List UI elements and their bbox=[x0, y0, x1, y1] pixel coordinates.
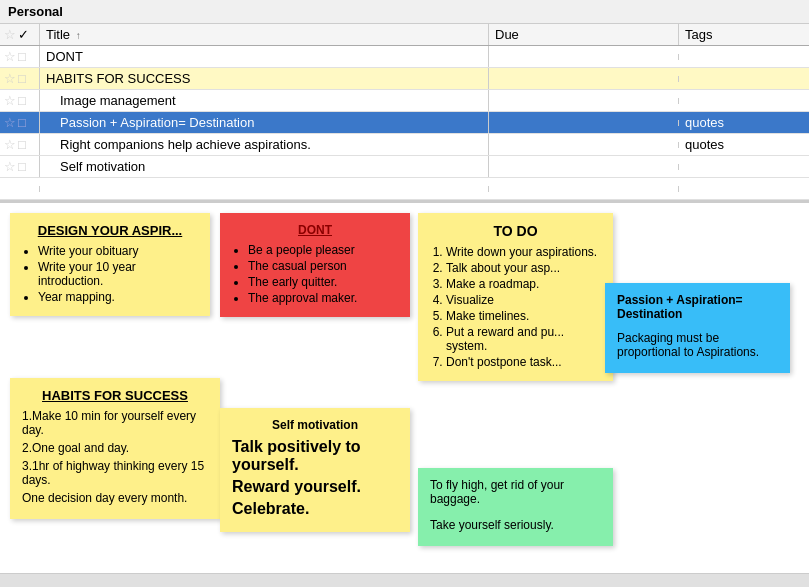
list-item: Be a people pleaser bbox=[248, 243, 398, 257]
check-icon: □ bbox=[18, 115, 26, 130]
fly-text-2: Take yourself seriously. bbox=[430, 518, 601, 532]
app-title: Personal bbox=[8, 4, 63, 19]
sticky-self-motivation[interactable]: Self motivation Talk positively to yours… bbox=[220, 408, 410, 532]
list-item: Put a reward and pu... system. bbox=[446, 325, 601, 353]
row-icons: ☆ □ bbox=[0, 156, 40, 177]
list-item: Make a roadmap. bbox=[446, 277, 601, 291]
row-tags bbox=[679, 76, 809, 82]
sort-arrow-icon: ↑ bbox=[76, 30, 81, 41]
row-due bbox=[489, 120, 679, 126]
sticky-fly-high[interactable]: To fly high, get rid of your baggage. Ta… bbox=[418, 468, 613, 546]
row-tags: quotes bbox=[679, 112, 809, 133]
sticky-dont[interactable]: DONT Be a people pleaser The casual pers… bbox=[220, 213, 410, 317]
check-icon: □ bbox=[18, 49, 26, 64]
row-icons: ☆ □ bbox=[0, 46, 40, 67]
row-title: HABITS FOR SUCCESS bbox=[40, 68, 489, 89]
check-icon: □ bbox=[18, 93, 26, 108]
table-area: ☆ ✓ Title ↑ Due Tags ☆ □ DONT ☆ □ bbox=[0, 24, 809, 201]
row-due bbox=[489, 76, 679, 82]
check-icon: □ bbox=[18, 159, 26, 174]
list-item: 2.One goal and day. bbox=[22, 441, 208, 455]
table-row[interactable]: ☆ □ Passion + Aspiration= Destination qu… bbox=[0, 112, 809, 134]
table-header: ☆ ✓ Title ↑ Due Tags bbox=[0, 24, 809, 46]
row-due bbox=[489, 186, 679, 192]
passion-text-1: Passion + Aspiration= Destination bbox=[617, 293, 778, 321]
list-item: The early quitter. bbox=[248, 275, 398, 289]
list-item: The approval maker. bbox=[248, 291, 398, 305]
table-row[interactable]: ☆ □ Self motivation bbox=[0, 156, 809, 178]
list-item: Don't postpone task... bbox=[446, 355, 601, 369]
sticky-todo[interactable]: TO DO Write down your aspirations. Talk … bbox=[418, 213, 613, 381]
sticky-passion[interactable]: Passion + Aspiration= Destination Packag… bbox=[605, 283, 790, 373]
row-tags bbox=[679, 186, 809, 192]
table-row[interactable]: ☆ □ HABITS FOR SUCCESS bbox=[0, 68, 809, 90]
row-tags bbox=[679, 164, 809, 170]
star-icon: ☆ bbox=[4, 115, 16, 130]
sticky-dont-title: DONT bbox=[232, 223, 398, 237]
row-icons: ☆ □ bbox=[0, 112, 40, 133]
table-row[interactable]: ☆ □ Image management bbox=[0, 90, 809, 112]
list-item: The casual person bbox=[248, 259, 398, 273]
self-text-1: Talk positively to yourself. bbox=[232, 438, 398, 474]
sticky-design-title: DESIGN YOUR ASPIR... bbox=[22, 223, 198, 238]
row-due bbox=[489, 98, 679, 104]
col-icons-header: ☆ ✓ bbox=[0, 24, 40, 45]
table-row-empty bbox=[0, 178, 809, 200]
sticky-design-list: Write your obituary Write your 10 year i… bbox=[22, 244, 198, 304]
sticky-todo-title: TO DO bbox=[430, 223, 601, 239]
check-icon: ✓ bbox=[18, 27, 29, 42]
row-due bbox=[489, 54, 679, 60]
check-icon: □ bbox=[18, 71, 26, 86]
row-tags: quotes bbox=[679, 134, 809, 155]
list-item: 1.Make 10 min for yourself every day. bbox=[22, 409, 208, 437]
list-item: Make timelines. bbox=[446, 309, 601, 323]
self-text-3: Celebrate. bbox=[232, 500, 398, 518]
row-tags bbox=[679, 54, 809, 60]
list-item: Visualize bbox=[446, 293, 601, 307]
list-item: Talk about your asp... bbox=[446, 261, 601, 275]
row-title: Self motivation bbox=[40, 156, 489, 177]
tags-label: Tags bbox=[685, 27, 712, 42]
sticky-design[interactable]: DESIGN YOUR ASPIR... Write your obituary… bbox=[10, 213, 210, 316]
row-title: Right companions help achieve aspiration… bbox=[40, 134, 489, 155]
table-row[interactable]: ☆ □ DONT bbox=[0, 46, 809, 68]
row-title bbox=[40, 186, 489, 192]
row-title: Passion + Aspiration= Destination bbox=[40, 112, 489, 133]
bottom-bar bbox=[0, 573, 809, 587]
list-item: One decision day every month. bbox=[22, 491, 208, 505]
star-icon: ☆ bbox=[4, 49, 16, 64]
table-row[interactable]: ☆ □ Right companions help achieve aspira… bbox=[0, 134, 809, 156]
fly-text-1: To fly high, get rid of your baggage. bbox=[430, 478, 601, 506]
star-icon: ☆ bbox=[4, 71, 16, 86]
check-icon: □ bbox=[18, 137, 26, 152]
star-icon: ☆ bbox=[4, 159, 16, 174]
row-title: Image management bbox=[40, 90, 489, 111]
list-item: Year mapping. bbox=[38, 290, 198, 304]
app-header: Personal bbox=[0, 0, 809, 24]
star-icon: ☆ bbox=[4, 27, 16, 42]
sticky-habits-title: HABITS FOR SUCCESS bbox=[22, 388, 208, 403]
title-label: Title bbox=[46, 27, 70, 42]
canvas-area: DESIGN YOUR ASPIR... Write your obituary… bbox=[0, 201, 809, 587]
col-title-header[interactable]: Title ↑ bbox=[40, 24, 489, 45]
list-item: Write your obituary bbox=[38, 244, 198, 258]
row-icons: ☆ □ bbox=[0, 134, 40, 155]
list-item: 3.1hr of highway thinking every 15 days. bbox=[22, 459, 208, 487]
col-due-header[interactable]: Due bbox=[489, 24, 679, 45]
list-item: Write your 10 year introduction. bbox=[38, 260, 198, 288]
due-label: Due bbox=[495, 27, 519, 42]
sticky-dont-list: Be a people pleaser The casual person Th… bbox=[232, 243, 398, 305]
sticky-todo-list: Write down your aspirations. Talk about … bbox=[430, 245, 601, 369]
row-icons: ☆ □ bbox=[0, 68, 40, 89]
row-tags bbox=[679, 98, 809, 104]
passion-text-2: Packaging must be proportional to Aspira… bbox=[617, 331, 778, 359]
row-icons: ☆ □ bbox=[0, 90, 40, 111]
sticky-self-title: Self motivation bbox=[232, 418, 398, 432]
row-icons bbox=[0, 186, 40, 192]
list-item: Write down your aspirations. bbox=[446, 245, 601, 259]
star-icon: ☆ bbox=[4, 137, 16, 152]
col-tags-header[interactable]: Tags bbox=[679, 24, 809, 45]
row-title: DONT bbox=[40, 46, 489, 67]
sticky-habits[interactable]: HABITS FOR SUCCESS 1.Make 10 min for you… bbox=[10, 378, 220, 519]
row-due bbox=[489, 164, 679, 170]
